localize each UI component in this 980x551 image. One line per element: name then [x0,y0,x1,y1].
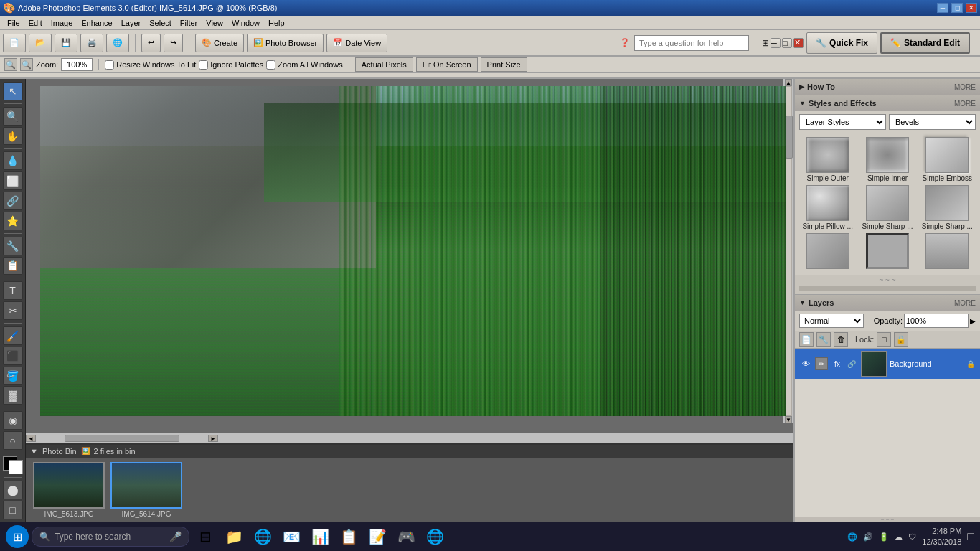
eyedropper-tool[interactable]: 💧 [3,151,23,170]
photo-thumb-1[interactable]: IMG_5614.JPG [110,462,182,518]
styles-more-btn[interactable]: MORE [954,100,976,108]
photo-thumb-0[interactable]: IMG_5613.JPG [33,462,105,518]
photo-thumb-img-1[interactable] [110,462,182,509]
move-tool[interactable]: ↖ [3,82,23,100]
taskbar-outlook[interactable]: 📧 [278,524,304,550]
zoom-out-btn[interactable]: 🔍 [4,58,17,71]
taskbar-project[interactable]: 📋 [336,524,362,550]
screen-mode-tool[interactable]: □ [3,501,23,519]
panel-min-btn[interactable]: ─ [771,38,781,48]
taskbar-word[interactable]: 📝 [364,524,390,550]
opacity-input[interactable] [904,314,969,328]
bg-color[interactable] [9,460,23,474]
print-size-btn[interactable]: Print Size [481,57,527,72]
menu-edit[interactable]: Edit [24,17,47,29]
hand-tool[interactable]: ✋ [3,127,23,146]
taskbar-excel[interactable]: 📊 [307,524,333,550]
canvas-scroll-area[interactable]: ▲ ▼ [26,79,793,433]
minimize-btn[interactable]: ─ [937,3,948,13]
style-item-4[interactable]: Simple Sharp ... [859,185,915,230]
scroll-thumb-v[interactable] [786,116,793,159]
style-item-5[interactable]: Simple Sharp ... [919,185,976,230]
zoom-all-windows-check[interactable]: Zoom All Windows [266,60,342,70]
brush-tool[interactable]: 🖌️ [3,326,23,345]
menu-image[interactable]: Image [47,17,77,29]
marquee-tool[interactable]: ⬜ [3,171,23,190]
style-item-7[interactable] [859,233,915,270]
styles-category-select[interactable]: Layer Styles Filters Photo Effects [799,114,886,130]
style-item-6[interactable] [799,233,856,270]
fit-on-screen-btn[interactable]: Fit On Screen [416,57,478,72]
scroll-thumb-h[interactable] [65,435,179,442]
style-item-1[interactable]: Simple Inner [859,137,915,182]
opacity-arrow[interactable]: ▶ [970,317,976,325]
resize-windows-check[interactable]: Resize Windows To Fit [105,60,196,70]
layers-more-btn[interactable]: MORE [954,299,976,307]
start-button[interactable]: ⊞ [6,525,29,548]
undo-btn[interactable]: ↩ [141,34,161,52]
quick-mask-tool[interactable]: ⬤ [3,481,23,499]
date-view-btn[interactable]: 📅 Date View [326,34,387,52]
menu-filter[interactable]: Filter [176,17,202,29]
howto-header[interactable]: ▶ How To MORE [795,79,980,95]
healing-tool[interactable]: 🔧 [3,237,23,255]
style-item-0[interactable]: Simple Outer [799,137,856,182]
taskbar-files[interactable]: 📁 [221,524,247,550]
fill-tool[interactable]: 🪣 [3,367,23,385]
standard-edit-btn[interactable]: ✏️ Standard Edit [880,32,970,54]
panel-max-btn[interactable]: □ [782,38,792,48]
menu-view[interactable]: View [202,17,227,29]
menu-select[interactable]: Select [145,17,176,29]
zoom-input[interactable] [61,58,93,71]
restore-btn[interactable]: ◻ [951,3,963,13]
magic-wand-tool[interactable]: ⭐ [3,212,23,230]
zoom-tool[interactable]: 🔍 [3,107,23,126]
scroll-down-btn[interactable]: ▼ [785,416,792,423]
layer-adjust-btn[interactable]: 🔧 [816,332,831,347]
zoom-in-btn[interactable]: 🔍 [20,58,33,71]
lasso-tool[interactable]: 🔗 [3,192,23,210]
layer-new-btn[interactable]: 📄 [799,332,814,347]
eraser-tool[interactable]: ⬛ [3,347,23,365]
styles-header[interactable]: ▼ Styles and Effects MORE [795,95,980,111]
help-input[interactable] [634,35,749,51]
photo-thumb-img-0[interactable] [33,462,105,509]
panel-close-btn[interactable]: ✕ [793,38,804,48]
taskbar-chrome[interactable]: 🌐 [250,524,275,550]
photo-browser-btn[interactable]: 🖼️ Photo Browser [247,34,324,52]
actual-pixels-btn[interactable]: Actual Pixels [355,57,413,72]
clone-tool[interactable]: 📋 [3,257,23,276]
menu-window[interactable]: Window [227,17,264,29]
blend-mode-select[interactable]: Normal [799,314,864,328]
taskbar-taskview[interactable]: ⊟ [192,524,218,550]
layers-header[interactable]: ▼ Layers MORE [795,295,980,311]
open-btn[interactable]: 📂 [29,34,52,52]
scroll-up-btn[interactable]: ▲ [785,79,792,86]
horizontal-scrollbar[interactable]: ◄ ► [26,433,793,443]
styles-type-select[interactable]: Bevels Drop Shadows Glows [889,114,976,130]
layer-delete-btn[interactable]: 🗑 [834,332,848,347]
crop-tool[interactable]: ✂ [3,301,23,320]
gradient-tool[interactable]: ▓ [3,386,23,405]
lock-transparent-btn[interactable]: □ [877,332,891,347]
save-btn[interactable]: 💾 [55,34,77,52]
photo-bin-expand[interactable]: ▼ [30,447,38,456]
quick-fix-btn[interactable]: 🔧 Quick Fix [806,32,877,54]
style-item-8[interactable] [919,233,976,270]
text-tool[interactable]: T [3,281,23,300]
panel-resize-handle[interactable]: ~ ~ ~ [795,517,980,522]
search-bar[interactable]: 🔍 Type here to search 🎤 [32,527,189,547]
redo-btn[interactable]: ↪ [164,34,183,52]
menu-help[interactable]: Help [264,17,289,29]
lock-all-btn[interactable]: 🔒 [894,332,908,347]
taskbar-app9[interactable]: 🌐 [422,524,448,550]
print-btn[interactable]: 🖨️ [80,34,103,52]
scroll-left-btn[interactable]: ◄ [26,435,36,442]
style-item-3[interactable]: Simple Pillow ... [799,185,856,230]
styles-scrollbar[interactable] [799,286,976,291]
layer-item-0[interactable]: 👁 ✏ fx 🔗 Background 🔒 [795,349,980,379]
layer-visibility-0[interactable]: 👁 [799,357,812,370]
menu-layer[interactable]: Layer [117,17,146,29]
new-btn[interactable]: 📄 [3,34,26,52]
browser-btn[interactable]: 🌐 [106,34,129,52]
